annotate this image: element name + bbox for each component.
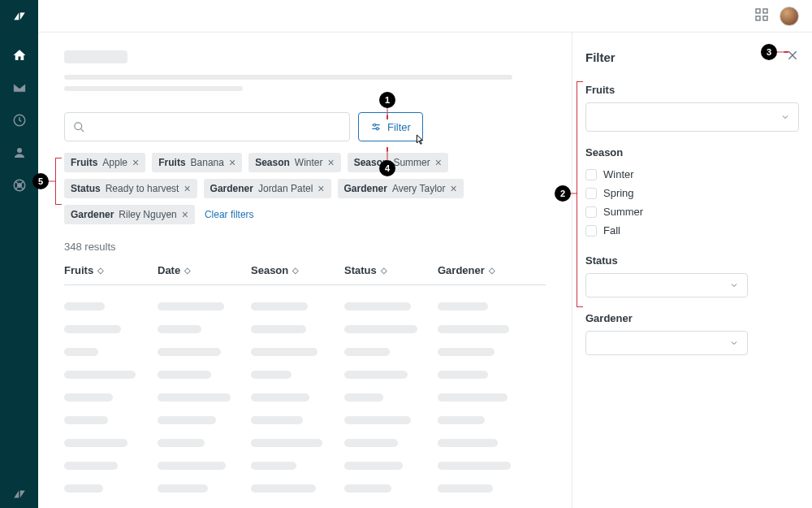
season-option[interactable]: Summer [585,202,799,221]
tag-value: Summer [393,157,430,168]
cell-skeleton [251,371,292,379]
cell-skeleton [344,416,411,424]
cell-skeleton [158,325,201,333]
cell-skeleton [251,393,309,402]
filter-tag: Gardener Jordan Patel × [204,179,331,198]
sidebar-mail[interactable] [0,72,38,104]
cell-skeleton [64,325,121,333]
col-fruits[interactable]: Fruits◇ [64,264,158,276]
cell-skeleton [158,393,231,402]
table-row [64,363,546,386]
tag-remove[interactable]: × [182,209,188,220]
tag-category: Fruits [71,157,97,168]
cell-skeleton [438,439,498,447]
sidebar [0,33,38,508]
cell-skeleton [64,439,127,447]
sidebar-home[interactable] [0,39,38,72]
page-title-skeleton [64,50,127,63]
main-content: Filter Fruits Apple ×Fruits Banana ×Seas… [38,33,572,508]
cell-skeleton [64,348,98,356]
season-option[interactable]: Fall [585,221,799,240]
tag-remove[interactable]: × [317,183,324,194]
tag-category: Gardener [344,183,387,194]
clear-filters[interactable]: Clear filters [201,205,257,224]
filter-tag: Fruits Apple × [64,153,145,172]
gardener-label: Gardener [585,312,799,324]
cell-skeleton [438,302,488,310]
annotation-2-bracket [577,81,577,307]
tag-remove[interactable]: × [132,157,139,168]
filter-tags: Fruits Apple ×Fruits Banana ×Season Wint… [64,153,529,224]
sidebar-user[interactable] [0,137,38,169]
svg-marker-12 [387,115,388,119]
cell-skeleton [251,416,303,424]
cell-skeleton [251,462,296,470]
cell-skeleton [158,462,226,470]
col-date[interactable]: Date◇ [158,264,251,276]
avatar[interactable] [780,7,799,26]
checkbox[interactable] [585,206,597,218]
checkbox[interactable] [585,225,597,237]
tag-remove[interactable]: × [229,157,235,168]
checkbox[interactable] [585,169,597,180]
tag-remove[interactable]: × [435,157,442,168]
table-body [64,295,546,500]
season-option[interactable]: Winter [585,165,799,184]
cell-skeleton [158,484,208,493]
table-row [64,318,546,341]
cell-skeleton [344,325,417,333]
gardener-select[interactable] [585,331,748,355]
app-logo[interactable] [0,0,38,33]
filter-panel: Filter Fruits Season WinterSpringSummerF… [572,33,812,508]
filter-tag: Fruits Banana × [152,153,242,172]
sidebar-zendesk-icon[interactable] [0,487,38,501]
tag-remove[interactable]: × [328,157,335,168]
cell-skeleton [438,393,508,402]
apps-grid-icon[interactable] [755,8,768,24]
cell-skeleton [344,371,408,379]
search-icon [73,121,85,133]
status-label: Status [585,254,799,267]
cell-skeleton [344,484,391,493]
filter-button-label: Filter [387,121,411,133]
chevron-down-icon [729,338,739,348]
season-label: Season [585,146,799,158]
filter-button[interactable]: Filter [358,112,423,141]
cell-skeleton [158,302,224,310]
checkbox[interactable] [585,188,597,199]
cell-skeleton [158,371,211,379]
season-option[interactable]: Spring [585,184,799,202]
col-season[interactable]: Season◇ [251,264,344,276]
tag-remove[interactable]: × [450,183,456,194]
svg-point-9 [374,124,376,126]
tag-value: Avery Taylor [392,183,446,194]
cell-skeleton [64,393,113,402]
status-select[interactable] [585,273,748,297]
checkbox-label: Summer [603,206,643,218]
table-row [64,341,546,363]
tag-category: Status [71,183,101,194]
cell-skeleton [158,416,216,424]
table-row [64,454,546,477]
svg-point-8 [75,122,82,129]
cell-skeleton [438,484,493,493]
search-input[interactable] [64,112,350,141]
col-gardener[interactable]: Gardener◇ [438,264,531,276]
filter-tag: Status Ready to harvest × [64,179,197,198]
svg-marker-17 [387,147,388,151]
tag-remove[interactable]: × [184,183,190,194]
fruits-select[interactable] [585,102,799,132]
sidebar-clock[interactable] [0,104,38,137]
tag-value: Jordan Patel [258,183,313,194]
annotation-4: 4 [379,160,395,176]
fruits-label: Fruits [585,84,799,96]
filter-tag: Season Winter × [248,153,341,172]
panel-title: Filter [585,50,615,64]
sort-icon: ◇ [381,266,387,275]
tag-category: Gardener [210,183,253,194]
cell-skeleton [64,302,105,310]
table-row [64,386,546,409]
tag-value: Ready to harvest [106,183,179,194]
sidebar-help[interactable] [0,169,38,202]
col-status[interactable]: Status◇ [344,264,438,276]
